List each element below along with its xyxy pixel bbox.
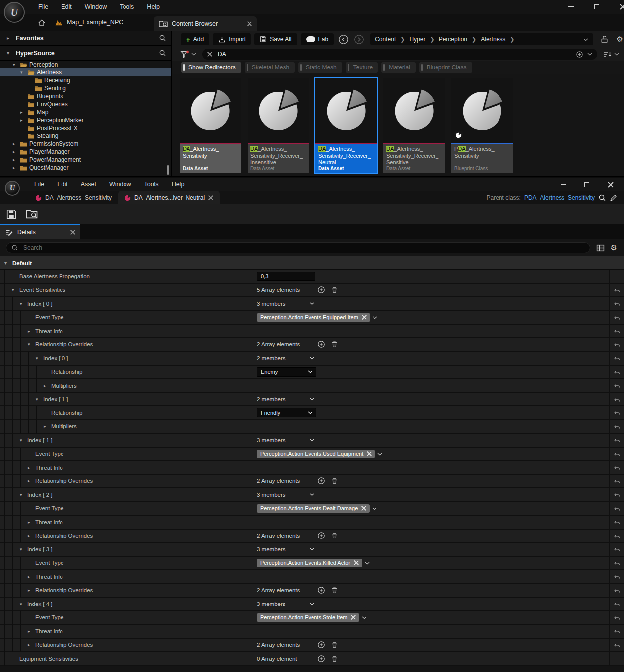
tree-item-envqueries[interactable]: EnvQueries: [0, 100, 171, 108]
gameplay-tag-chip[interactable]: Perception.Action Events.Stole Item: [257, 613, 359, 622]
hypersource-header[interactable]: ▾ HyperSource: [0, 46, 171, 61]
reset-column[interactable]: [609, 338, 624, 351]
gameplay-tag-chip[interactable]: Perception.Action Events.Used Equipment: [257, 450, 375, 458]
reset-column[interactable]: [609, 448, 624, 461]
reset-to-default-icon[interactable]: [613, 586, 621, 595]
breadcrumb-item-perception[interactable]: Perception: [439, 36, 467, 43]
asset-tile[interactable]: PDA_Alertness_Sensitivity Blueprint Clas…: [451, 78, 513, 173]
expand-arrow-icon[interactable]: ▸: [13, 165, 20, 170]
reset-to-default-icon[interactable]: [613, 504, 621, 513]
expand-arrow-icon[interactable]: ▸: [7, 35, 12, 41]
asset-tile[interactable]: DA_Alertness_Sensitivity_Receiver_Neutra…: [315, 78, 377, 173]
expand-arrow-icon[interactable]: ▸: [13, 141, 20, 146]
expand-arrow-icon[interactable]: ▸: [28, 465, 35, 470]
edit-parent-icon[interactable]: [610, 194, 617, 202]
reset-to-default-icon[interactable]: [613, 518, 621, 527]
chevron-down-icon[interactable]: [614, 53, 619, 56]
expand-arrow-icon[interactable]: ▸: [28, 520, 35, 525]
add-button[interactable]: + Add: [181, 33, 209, 45]
breadcrumb-item-alertness[interactable]: Alertness: [481, 36, 505, 43]
asset-tile[interactable]: DA_Alertness_Sensitivity_Receiver_Insens…: [248, 78, 309, 173]
expand-arrow-icon[interactable]: ▾: [12, 287, 19, 292]
reset-to-default-icon[interactable]: [613, 627, 621, 636]
tree-item-stealing[interactable]: Stealing: [0, 132, 171, 140]
reset-to-default-icon[interactable]: [613, 545, 621, 554]
reset-to-default-icon[interactable]: [613, 463, 621, 472]
chevron-down-icon[interactable]: [310, 603, 314, 605]
reset-column[interactable]: [609, 516, 624, 529]
chevron-down-icon[interactable]: [365, 558, 370, 567]
reset-to-default-icon[interactable]: [613, 613, 621, 622]
reset-to-default-icon[interactable]: [613, 340, 621, 349]
reset-to-default-icon[interactable]: [613, 299, 621, 308]
value-input[interactable]: 0,3: [257, 272, 315, 281]
remove-tag-icon[interactable]: [354, 560, 359, 565]
reset-column[interactable]: [609, 557, 624, 570]
reset-to-default-icon[interactable]: [613, 381, 621, 390]
asset-editor-tab[interactable]: DA_Alertnes...iver_Neutral: [118, 191, 220, 204]
breadcrumb-item-content[interactable]: Content: [375, 36, 396, 43]
chevron-down-icon[interactable]: [373, 313, 377, 322]
sort-icon[interactable]: [603, 51, 619, 58]
expand-arrow-icon[interactable]: ▸: [20, 110, 27, 115]
tab-content-browser[interactable]: Content Browser: [154, 16, 257, 31]
tree-item-powermanagement[interactable]: ▸ PowerManagement: [0, 156, 171, 164]
save-all-button[interactable]: Save All: [254, 33, 297, 45]
add-element-icon[interactable]: [317, 286, 325, 294]
chevron-down-icon[interactable]: [310, 302, 314, 305]
reset-column[interactable]: [609, 406, 624, 419]
tree-item-map[interactable]: ▸ Map: [0, 108, 171, 116]
reset-to-default-icon[interactable]: [613, 395, 621, 403]
remove-tag-icon[interactable]: [367, 451, 372, 456]
value-dropdown[interactable]: Friendly: [257, 408, 316, 417]
reset-to-default-icon[interactable]: [613, 449, 621, 458]
menu-help[interactable]: Help: [165, 177, 191, 191]
chevron-down-icon[interactable]: [310, 357, 314, 360]
expand-arrow-icon[interactable]: ▾: [20, 492, 27, 497]
reset-column[interactable]: [609, 393, 624, 406]
level-tab-label[interactable]: Map_Example_NPC: [67, 19, 123, 26]
reset-column[interactable]: [609, 297, 624, 310]
reset-column[interactable]: [609, 530, 624, 542]
tree-item-alertness[interactable]: ▾ Alertness: [0, 68, 171, 76]
expand-arrow-icon[interactable]: ▸: [13, 149, 20, 154]
menu-asset[interactable]: Asset: [74, 177, 103, 191]
expand-arrow-icon[interactable]: ▸: [28, 574, 35, 579]
chevron-down-icon[interactable]: [587, 53, 592, 56]
expand-arrow-icon[interactable]: ▾: [20, 602, 27, 606]
expand-arrow-icon[interactable]: ▸: [13, 157, 20, 162]
details-settings-gear-icon[interactable]: ⚙: [611, 243, 617, 252]
save-search-icon[interactable]: [576, 51, 583, 58]
expand-arrow-icon[interactable]: ▾: [36, 356, 43, 361]
chevron-down-icon[interactable]: [310, 493, 314, 496]
chevron-down-icon[interactable]: [372, 504, 377, 513]
close-icon[interactable]: [604, 180, 617, 190]
expand-arrow-icon[interactable]: ▸: [28, 478, 35, 483]
expand-arrow-icon[interactable]: ▾: [20, 547, 27, 552]
fab-button[interactable]: Fab: [301, 33, 334, 45]
reset-to-default-icon[interactable]: [613, 313, 621, 322]
unreal-logo-icon[interactable]: U: [4, 2, 25, 23]
filter-funnel-icon[interactable]: [180, 50, 196, 59]
clear-search-icon[interactable]: [207, 52, 212, 57]
reset-column[interactable]: [609, 584, 624, 597]
tree-item-permissionsystem[interactable]: ▸ PermissionSystem: [0, 140, 171, 148]
reset-column[interactable]: [609, 502, 624, 515]
tree-item-perception[interactable]: ▾ Perception: [0, 61, 171, 68]
parent-class-link[interactable]: PDA_Alertness_Sensitivity: [524, 194, 595, 201]
filter-chip-static-mesh[interactable]: Static Mesh: [298, 62, 342, 73]
reset-column[interactable]: [609, 543, 624, 556]
tree-item-postprocessfx[interactable]: PostProcessFX: [0, 124, 171, 132]
asset-editor-tab[interactable]: DA_Alertness_Sensitivity: [29, 191, 118, 204]
minimize-icon[interactable]: [564, 2, 577, 12]
expand-arrow-icon[interactable]: ▸: [28, 642, 35, 647]
reset-column[interactable]: [609, 379, 624, 392]
browse-asset-icon[interactable]: [26, 209, 38, 219]
delete-elements-icon[interactable]: [331, 340, 338, 348]
minimize-icon[interactable]: [557, 180, 569, 190]
tab-details[interactable]: Details: [0, 224, 80, 239]
settings-gear-icon[interactable]: ⚙: [617, 35, 623, 44]
search-input[interactable]: [217, 50, 572, 58]
menu-edit[interactable]: Edit: [51, 177, 74, 191]
reset-column[interactable]: [609, 461, 624, 474]
